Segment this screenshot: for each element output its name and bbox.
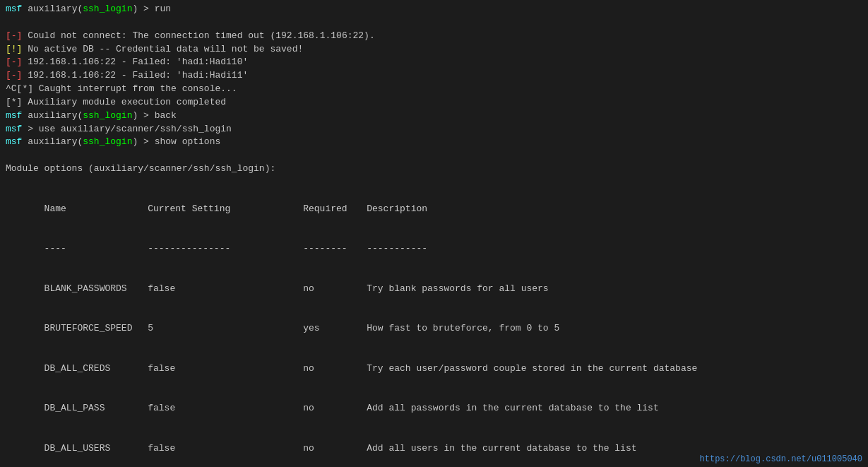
col-required-header: Required: [303, 203, 367, 216]
prompt-msf2: msf: [6, 110, 28, 121]
line-error3: [-] 192.168.1.106:22 - Failed: 'hadi:Had…: [6, 69, 862, 83]
cell-desc: Try blank passwords for all users: [367, 283, 548, 294]
complete-msg: Auxiliary module execution completed: [22, 97, 226, 107]
col-setting-header: Current Setting: [148, 203, 303, 216]
cmd-use: > use auxiliary/scanner/ssh/ssh_login: [28, 124, 232, 134]
col-required-sep: --------: [303, 242, 367, 256]
cell-required: no: [303, 362, 367, 376]
err-tag2: [-]: [6, 57, 22, 67]
line-interrupt: ^C[*] Caught interrupt from the console.…: [6, 83, 862, 96]
line-back1: msf auxiliary(ssh_login) > back: [6, 110, 862, 123]
row-db-all-creds: DB_ALL_CREDSfalsenoTry each user/passwor…: [6, 349, 862, 389]
line-error1: [-] Could not connect: The connection ti…: [6, 30, 862, 43]
table-separator: --------------------------------------: [6, 229, 862, 269]
line-module-opts: Module options (auxiliary/scanner/ssh/ss…: [6, 162, 862, 176]
cell-setting: false: [148, 402, 303, 415]
complete-tag: [*]: [6, 97, 22, 107]
cell-setting: false: [148, 442, 303, 456]
watermark: https://blog.csdn.net/u011005040: [700, 454, 862, 464]
err-msg2: 192.168.1.106:22 - Failed: 'hadi:Hadi10': [22, 57, 248, 67]
line-error2: [-] 192.168.1.106:22 - Failed: 'hadi:Had…: [6, 56, 862, 69]
warn-tag1: [!]: [6, 44, 22, 54]
mod3: ssh_login: [83, 136, 132, 147]
warn-msg1: No active DB -- Credential data will not…: [22, 44, 303, 54]
cell-required: no: [303, 402, 367, 415]
prompt-msf: msf: [6, 4, 28, 14]
line-warn1: [!] No active DB -- Credential data will…: [6, 43, 862, 57]
err-tag1: [-]: [6, 30, 22, 41]
line-blank1: [6, 16, 862, 30]
module-opts-label: Module options (auxiliary/scanner/ssh/ss…: [6, 163, 275, 174]
cmd-run: ) > run: [132, 4, 171, 14]
prompt-aux1: auxiliary(: [28, 4, 83, 14]
cell-desc: How fast to bruteforce, from 0 to 5: [367, 323, 559, 333]
col-setting-sep: ---------------: [148, 242, 303, 256]
err-msg3: 192.168.1.106:22 - Failed: 'hadi:Hadi11': [22, 70, 248, 81]
cmd-back1: ) > back: [132, 110, 176, 121]
line-blank3: [6, 176, 862, 189]
mod2: ssh_login: [83, 110, 132, 121]
cell-name: BLANK_PASSWORDS: [28, 283, 148, 296]
cell-setting: 5: [148, 322, 303, 336]
cell-required: no: [303, 442, 367, 456]
table-header: NameCurrent SettingRequiredDescription: [6, 189, 862, 230]
prompt-msf4: msf: [6, 136, 28, 147]
interrupt-msg: ^C[*] Caught interrupt from the console.…: [6, 83, 237, 94]
cell-setting: false: [148, 283, 303, 296]
prompt-msf3: msf: [6, 124, 28, 134]
line-blank2: [6, 149, 862, 162]
col-name-header: Name: [28, 203, 148, 216]
col-name-sep: ----: [28, 242, 148, 256]
cell-required: yes: [303, 322, 367, 336]
row-bruteforce-speed: BRUTEFORCE_SPEED5yesHow fast to brutefor…: [6, 309, 862, 349]
col-desc-header: Description: [367, 203, 427, 214]
cell-name: DB_ALL_PASS: [28, 402, 148, 415]
col-desc-sep: -----------: [367, 243, 427, 254]
cell-required: no: [303, 283, 367, 296]
err-tag3: [-]: [6, 70, 22, 81]
line-use: msf > use auxiliary/scanner/ssh/ssh_logi…: [6, 123, 862, 136]
cell-name: DB_ALL_CREDS: [28, 362, 148, 376]
err-msg1: Could not connect: The connection timed …: [22, 30, 374, 41]
cell-name: DB_ALL_USERS: [28, 442, 148, 456]
cell-desc: Try each user/password couple stored in …: [367, 363, 697, 374]
line-1: msf auxiliary(ssh_login) > run: [6, 3, 862, 16]
module-name: ssh_login: [83, 4, 132, 14]
aux-back1: auxiliary(: [28, 110, 83, 121]
row-db-all-pass: DB_ALL_PASSfalsenoAdd all passwords in t…: [6, 389, 862, 429]
cell-name: BRUTEFORCE_SPEED: [28, 322, 148, 336]
cmd-show: ) > show options: [132, 136, 220, 147]
aux-show: auxiliary(: [28, 136, 83, 147]
cell-setting: false: [148, 362, 303, 376]
cell-desc: Add all users in the current database to…: [367, 443, 636, 454]
line-complete: [*] Auxiliary module execution completed: [6, 96, 862, 110]
cell-desc: Add all passwords in the current databas…: [367, 403, 658, 413]
terminal-window: msf auxiliary(ssh_login) > run [-] Could…: [0, 0, 868, 467]
row-blank-passwords: BLANK_PASSWORDSfalsenoTry blank password…: [6, 269, 862, 309]
line-showopts: msf auxiliary(ssh_login) > show options: [6, 136, 862, 149]
